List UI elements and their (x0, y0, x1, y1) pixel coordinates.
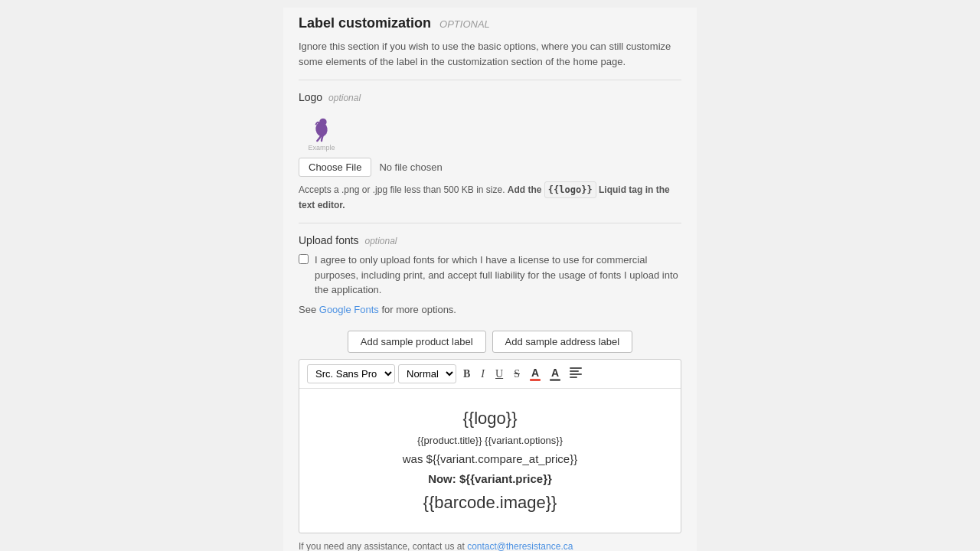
align-button[interactable] (567, 366, 585, 383)
file-input-row: Choose File No file chosen (299, 158, 681, 177)
license-checkbox-row: I agree to only upload fonts for which I… (299, 253, 681, 298)
underline-button[interactable]: U (492, 366, 507, 383)
bold-button[interactable]: B (459, 366, 474, 383)
svg-point-1 (319, 119, 327, 126)
logo-bird-icon (307, 113, 336, 142)
editor-line-compare-price: was ${{variant.compare_at_price}} (315, 449, 665, 469)
section-title: Label customization OPTIONAL (299, 15, 681, 31)
license-text: I agree to only upload fonts for which I… (315, 253, 681, 298)
font-color-auto-letter: A (551, 367, 559, 378)
svg-rect-4 (570, 373, 582, 375)
optional-tag: OPTIONAL (439, 18, 490, 30)
editor-line-price: Now: ${{variant.price}} (315, 469, 665, 489)
italic-button[interactable]: I (477, 366, 488, 383)
font-size-select[interactable]: Normal (398, 364, 456, 383)
logo-optional: optional (328, 93, 361, 103)
editor-body[interactable]: {{logo}} {{product.title}} {{variant.opt… (299, 389, 681, 533)
logo-label: Logo optional (299, 91, 681, 103)
no-file-text: No file chosen (379, 161, 442, 173)
upload-fonts-section: Upload fonts optional I agree to only up… (299, 234, 681, 317)
editor-line-product: {{product.title}} {{variant.options}} (315, 432, 665, 449)
editor-line-barcode: {{barcode.image}} (315, 488, 665, 517)
section-title-text: Label customization (299, 15, 431, 31)
add-sample-address-button[interactable]: Add sample address label (492, 331, 633, 353)
editor-line-logo: {{logo}} (315, 404, 665, 432)
svg-rect-5 (570, 377, 577, 378)
logo-section: Logo optional Example Choose File No fil (299, 91, 681, 212)
file-hint: Accepts a .png or .jpg file less than 50… (299, 181, 681, 212)
font-color-auto-button[interactable]: A (547, 366, 564, 383)
upload-fonts-optional: optional (365, 236, 397, 246)
editor-container: Src. Sans Pro Normal B I U S A A (299, 359, 681, 533)
sample-buttons-row: Add sample product label Add sample addr… (299, 331, 681, 353)
font-family-select[interactable]: Src. Sans Pro (307, 364, 395, 383)
font-color-letter: A (531, 367, 539, 378)
google-fonts-row: See Google Fonts for more options. (299, 302, 681, 318)
assistance-text: If you need any assistance, contact us a… (299, 541, 681, 551)
upload-fonts-label: Upload fonts optional (299, 234, 681, 246)
align-icon (570, 367, 582, 378)
font-color-bar (530, 379, 541, 381)
strikethrough-button[interactable]: S (510, 366, 524, 383)
font-color-button[interactable]: A (527, 366, 544, 383)
divider-top (299, 80, 681, 80)
logo-preview: Example (299, 109, 345, 152)
section-description: Ignore this section if you wish to use t… (299, 39, 681, 69)
choose-file-button[interactable]: Choose File (299, 158, 371, 177)
editor-toolbar: Src. Sans Pro Normal B I U S A A (299, 360, 681, 389)
add-sample-product-button[interactable]: Add sample product label (348, 331, 486, 353)
contact-email-link[interactable]: contact@theresistance.ca (467, 541, 573, 551)
google-fonts-link[interactable]: Google Fonts (319, 304, 379, 315)
divider-mid (299, 223, 681, 223)
license-checkbox[interactable] (299, 254, 309, 264)
label-editor: Src. Sans Pro Normal B I U S A A (299, 359, 681, 533)
liquid-tag: {{logo}} (544, 181, 596, 198)
logo-example-text: Example (308, 144, 335, 152)
svg-rect-3 (570, 370, 579, 372)
svg-rect-2 (570, 367, 582, 369)
font-color-auto-bar (550, 379, 560, 381)
